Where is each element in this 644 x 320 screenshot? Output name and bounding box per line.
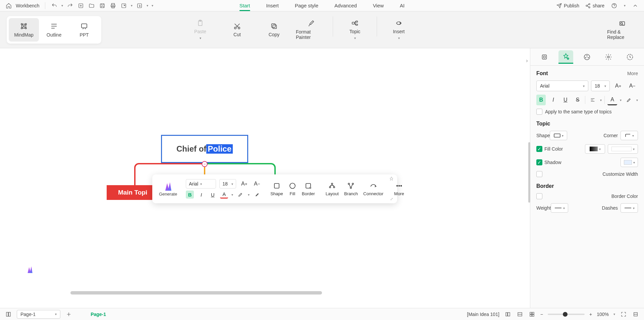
view-mindmap[interactable]: MindMap: [9, 18, 39, 42]
paste-button[interactable]: Paste ▾: [185, 16, 215, 43]
corner-select[interactable]: ▾: [621, 131, 638, 140]
highlight-button[interactable]: [624, 95, 634, 105]
view-mode-2-icon[interactable]: [516, 311, 524, 318]
view-ppt[interactable]: PPT: [69, 18, 99, 42]
fill-color-checkbox[interactable]: ✓: [536, 146, 542, 152]
insert-dropdown[interactable]: ▾: [398, 36, 400, 40]
fill-color-select[interactable]: ▾: [608, 144, 638, 154]
cut-button[interactable]: Cut: [222, 16, 252, 43]
font-color-dropdown[interactable]: ▾: [620, 98, 622, 102]
font-more-link[interactable]: More: [627, 71, 638, 76]
italic-button[interactable]: I: [197, 191, 205, 199]
undo-icon[interactable]: [51, 2, 58, 9]
ai-assistant-icon[interactable]: [26, 266, 34, 273]
connector-button[interactable]: Connector: [361, 182, 385, 196]
pin-icon[interactable]: [389, 176, 394, 182]
tab-insert[interactable]: Insert: [266, 1, 279, 10]
italic-button[interactable]: I: [548, 95, 558, 105]
view-mode-1-icon[interactable]: [504, 311, 512, 318]
paste-dropdown[interactable]: ▾: [200, 36, 201, 40]
find-replace-button[interactable]: Find & Replace: [607, 16, 637, 43]
workbench-label[interactable]: Workbench: [16, 3, 40, 8]
topic-dropdown[interactable]: ▾: [354, 36, 356, 40]
increase-font-icon[interactable]: A+: [239, 179, 249, 189]
bold-button[interactable]: B: [186, 191, 194, 199]
font-family-select[interactable]: Arial▾: [536, 81, 588, 91]
align-button[interactable]: [588, 95, 597, 105]
collapse-ribbon-icon[interactable]: [632, 2, 639, 9]
anchor-icon[interactable]: ⤢: [390, 197, 393, 201]
new-icon[interactable]: [77, 2, 85, 9]
font-color-dropdown[interactable]: ▾: [231, 193, 233, 197]
apply-same-checkbox[interactable]: [536, 109, 542, 115]
zoom-thumb[interactable]: [563, 312, 568, 317]
view-outline[interactable]: Outline: [39, 18, 69, 42]
tab-start[interactable]: Start: [239, 1, 250, 10]
font-color-button[interactable]: A: [220, 191, 228, 199]
border-button[interactable]: Border: [300, 182, 317, 196]
font-family-select[interactable]: Arial▾: [186, 179, 216, 189]
fill-button[interactable]: Fill: [286, 182, 299, 196]
import-dropdown[interactable]: ▾: [147, 4, 148, 7]
fullscreen-icon[interactable]: [620, 311, 627, 318]
zoom-out-icon[interactable]: −: [540, 312, 543, 317]
fill-gradient-select[interactable]: ▾: [585, 144, 605, 154]
export-dropdown[interactable]: ▾: [131, 4, 132, 7]
panel-tab-tag[interactable]: [580, 50, 594, 64]
font-color-button[interactable]: A: [607, 95, 617, 105]
zoom-dropdown[interactable]: ▾: [613, 312, 615, 316]
weight-select[interactable]: ▾: [551, 203, 568, 213]
dashes-select[interactable]: ▾: [621, 203, 638, 213]
generate-button[interactable]: Generate: [157, 181, 179, 197]
fit-page-icon[interactable]: [632, 311, 639, 318]
horizontal-scrollbar[interactable]: [70, 291, 322, 295]
clear-format-button[interactable]: [253, 191, 261, 199]
customize-width-checkbox[interactable]: [536, 171, 542, 177]
import-icon[interactable]: [136, 2, 143, 9]
tab-advanced[interactable]: Advanced: [334, 1, 357, 10]
highlight-button[interactable]: [236, 191, 245, 199]
zoom-value[interactable]: 100%: [597, 312, 609, 317]
save-icon[interactable]: [99, 2, 106, 9]
panel-tab-history[interactable]: [623, 50, 637, 64]
print-icon[interactable]: [109, 2, 117, 9]
layout-button[interactable]: Layout: [324, 182, 341, 196]
zoom-slider[interactable]: [548, 314, 585, 315]
tab-ai[interactable]: AI: [400, 1, 405, 10]
page-select[interactable]: Page-1▾: [17, 310, 60, 319]
increase-font-icon[interactable]: A+: [612, 81, 624, 91]
main-topic-node[interactable]: Main Topi: [107, 185, 159, 200]
font-size-select[interactable]: 18▾: [219, 179, 236, 189]
home-icon[interactable]: [5, 2, 12, 9]
tab-pagestyle[interactable]: Page style: [295, 1, 318, 10]
highlight-dropdown[interactable]: ▾: [636, 98, 638, 102]
tab-view[interactable]: View: [373, 1, 384, 10]
pages-panel-icon[interactable]: [5, 311, 12, 318]
shape-select[interactable]: ▾: [550, 131, 567, 140]
border-color-checkbox[interactable]: [536, 193, 542, 199]
export-icon[interactable]: [120, 2, 127, 9]
underline-button[interactable]: U: [561, 95, 570, 105]
insert-button[interactable]: Insert ▾: [384, 16, 414, 43]
highlight-dropdown[interactable]: ▾: [248, 193, 250, 197]
decrease-font-icon[interactable]: A−: [252, 179, 262, 189]
panel-tab-page[interactable]: [537, 50, 552, 64]
central-topic-selection[interactable]: Police: [206, 144, 233, 154]
help-dropdown[interactable]: ▾: [624, 4, 626, 7]
align-dropdown[interactable]: ▾: [600, 98, 602, 102]
add-page-icon[interactable]: [65, 311, 72, 318]
help-icon[interactable]: [610, 2, 618, 9]
zoom-in-icon[interactable]: +: [589, 312, 592, 317]
strikethrough-button[interactable]: S: [573, 95, 582, 105]
copy-button[interactable]: Copy: [259, 16, 289, 43]
view-mode-3-icon[interactable]: [528, 311, 536, 318]
decrease-font-icon[interactable]: A−: [627, 81, 638, 91]
publish-button[interactable]: Publish: [556, 3, 579, 8]
panel-scrollbar[interactable]: [528, 142, 530, 203]
shadow-checkbox[interactable]: ✓: [536, 159, 542, 165]
shape-button[interactable]: Shape: [268, 182, 285, 196]
page-tab[interactable]: Page-1: [91, 312, 106, 317]
panel-tab-settings[interactable]: [601, 50, 616, 64]
more-quick-dropdown[interactable]: ▾: [152, 4, 153, 7]
underline-button[interactable]: U: [209, 191, 217, 199]
